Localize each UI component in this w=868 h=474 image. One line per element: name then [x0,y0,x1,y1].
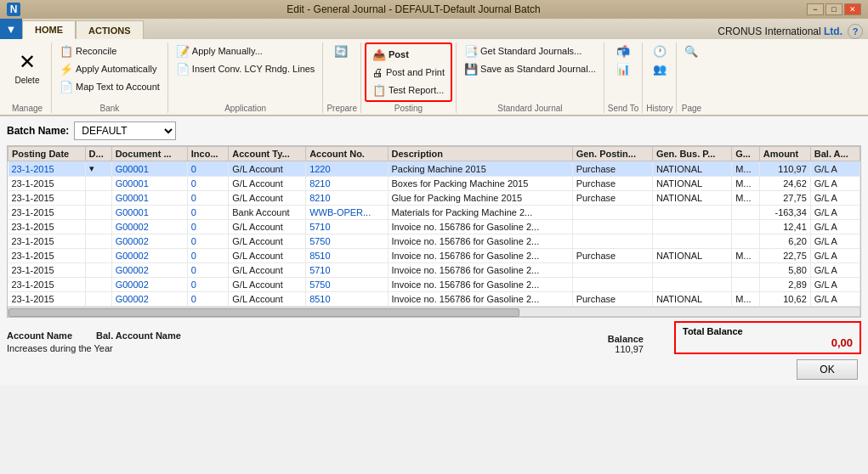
balance-value: 110,97 [615,344,644,354]
col-document[interactable]: Document ... [111,147,187,161]
main-content: Batch Name: DEFAULT Posting Date D... Do… [0,116,868,385]
col-description[interactable]: Description [388,147,572,161]
ribbon-group-standard-journal: 📑 Get Standard Journals... 💾 Save as Sta… [457,42,604,113]
close-button[interactable]: ✕ [844,3,861,15]
bal-account-name-label: Bal. Account Name [96,330,181,341]
ribbon: ▼ HOME ACTIONS CRONUS International Ltd.… [0,19,868,116]
batch-row: Batch Name: DEFAULT [7,121,861,140]
total-balance-value: 0,00 [683,336,853,349]
apply-automatically-button[interactable]: ⚡ Apply Automatically [55,60,164,77]
window-title: Edit - General Journal - DEFAULT-Default… [20,3,807,15]
title-bar: N Edit - General Journal - DEFAULT-Defau… [0,0,868,19]
get-standard-button[interactable]: 📑 Get Standard Journals... [460,42,600,59]
total-balance-label: Total Balance [683,326,853,336]
ribbon-group-page: 🔍 Page [677,42,706,113]
col-inco[interactable]: Inco... [187,147,228,161]
history-icon2: 👥 [653,63,667,76]
col-posting-date[interactable]: Posting Date [9,147,86,161]
table-row[interactable]: 23-1-2015G000020G/L Account8510Invoice n… [9,249,860,263]
ribbon-content: ✕ Delete Manage 📋 Reconcile ⚡ Apply Auto… [0,39,868,116]
map-text-button[interactable]: 📄 Map Text to Account [55,78,164,95]
batch-name-select[interactable]: DEFAULT [74,121,176,140]
journal-table: Posting Date D... Document ... Inco... A… [7,145,861,318]
ribbon-group-bank: 📋 Reconcile ⚡ Apply Automatically 📄 Map … [52,42,168,113]
page-btn1[interactable]: 🔍 [680,42,702,59]
post-print-icon: 🖨 [372,66,383,79]
balance-area: Balance 110,97 Total Balance 0,00 [181,321,861,354]
horizontal-scrollbar[interactable] [8,307,860,317]
page-icon: 🔍 [684,45,698,58]
account-name-value: Increases during the Year [7,343,113,353]
table-row[interactable]: 23-1-2015▾G000010G/L Account1220Packing … [9,161,860,177]
account-name-label: Account Name [7,330,72,341]
post-and-print-button[interactable]: 🖨 Post and Print [368,64,449,81]
insert-conv-icon: 📄 [176,63,190,76]
table-row[interactable]: 23-1-2015G000020G/L Account5750Invoice n… [9,278,860,292]
send-to-btn1[interactable]: 📬 [612,42,634,59]
delete-button[interactable]: ✕ Delete [7,42,48,92]
ribbon-group-prepare: 🔄 Prepare [323,42,361,113]
send-to-btn2[interactable]: 📊 [612,60,634,77]
col-bal-a[interactable]: Bal. A... [810,147,859,161]
account-info: Account Name Bal. Account Name Increases… [7,330,181,354]
delete-icon: ✕ [19,50,36,74]
tab-home[interactable]: HOME [22,20,76,39]
ok-button[interactable]: OK [797,359,858,380]
table-row[interactable]: 23-1-2015G000020G/L Account5710Invoice n… [9,263,860,278]
ribbon-group-manage: ✕ Delete Manage [3,42,52,113]
minimize-button[interactable]: − [807,3,824,15]
excel-icon: 📊 [616,63,630,76]
test-report-icon: 📋 [372,84,386,97]
send-icon: 📬 [616,45,630,58]
tab-actions[interactable]: ACTIONS [76,20,144,39]
get-standard-icon: 📑 [464,45,478,58]
bottom-bar: Account Name Bal. Account Name Increases… [7,321,861,354]
history-btn2[interactable]: 👥 [649,60,671,77]
post-highlighted-area: 📤 Post 🖨 Post and Print 📋 Test Report... [365,42,452,102]
ok-row: OK [7,359,861,380]
save-standard-button[interactable]: 💾 Save as Standard Journal... [460,60,600,77]
post-button[interactable]: 📤 Post [368,46,449,63]
reconcile-icon: 📋 [60,45,73,58]
col-g[interactable]: G... [732,147,760,161]
help-button[interactable]: ? [848,24,863,39]
app-menu-button[interactable]: ▼ [0,19,22,39]
history-btn1[interactable]: 🕐 [649,42,671,59]
scroll-thumb[interactable] [9,308,519,317]
prepare-icon: 🔄 [334,45,348,58]
save-standard-icon: 💾 [464,63,478,76]
map-text-icon: 📄 [60,81,73,93]
col-gen-posting[interactable]: Gen. Postin... [572,147,652,161]
post-icon: 📤 [372,48,386,61]
apply-manually-icon: 📝 [176,45,190,58]
prepare-btn1[interactable]: 🔄 [330,42,355,59]
table-row[interactable]: 23-1-2015G000010Bank AccountWWB-OPER...M… [9,206,860,220]
col-d[interactable]: D... [85,147,111,161]
history-icon: 🕐 [653,45,667,58]
total-balance-box: Total Balance 0,00 [674,321,861,354]
table-row[interactable]: 23-1-2015G000020G/L Account8510Invoice n… [9,292,860,307]
table-row[interactable]: 23-1-2015G000020G/L Account5750Invoice n… [9,234,860,249]
svg-text:N: N [10,3,18,15]
col-gen-bus[interactable]: Gen. Bus. P... [652,147,731,161]
ribbon-group-send-to: 📬 📊 Send To [604,42,644,113]
reconcile-button[interactable]: 📋 Reconcile [55,42,164,59]
apply-auto-icon: ⚡ [60,63,73,76]
col-amount[interactable]: Amount [759,147,810,161]
col-account-type[interactable]: Account Ty... [229,147,306,161]
apply-manually-button[interactable]: 📝 Apply Manually... [172,42,320,59]
insert-conv-button[interactable]: 📄 Insert Conv. LCY Rndg. Lines [172,60,320,77]
test-report-button[interactable]: 📋 Test Report... [368,82,449,99]
batch-name-label: Batch Name: [7,125,69,137]
balance-label: Balance [608,334,644,344]
nav-icon: N [7,3,20,16]
col-account-no[interactable]: Account No. [306,147,388,161]
table-row[interactable]: 23-1-2015G000010G/L Account8210Glue for … [9,191,860,206]
company-name: CRONUS International Ltd. [718,25,842,37]
maximize-button[interactable]: □ [825,3,842,15]
app-icon: N [7,3,20,16]
ribbon-group-application: 📝 Apply Manually... 📄 Insert Conv. LCY R… [168,42,324,113]
ribbon-group-posting: 📤 Post 🖨 Post and Print 📋 Test Report... [361,42,457,113]
table-row[interactable]: 23-1-2015G000010G/L Account8210Boxes for… [9,177,860,191]
table-row[interactable]: 23-1-2015G000020G/L Account5710Invoice n… [9,220,860,234]
